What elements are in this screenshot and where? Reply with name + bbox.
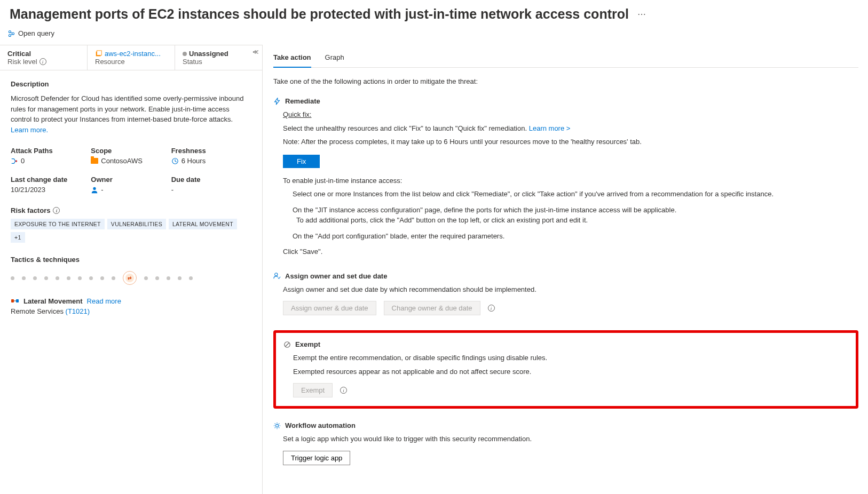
timeline-active-node[interactable]: ⇄ (123, 271, 137, 285)
remediate-step2: On the "JIT instance access configuratio… (293, 206, 676, 214)
timeline-dot (67, 276, 70, 280)
remediate-step3: On the "Add port configuration" blade, e… (293, 231, 858, 242)
risk-tags: EXPOSURE TO THE INTERNET VULNERABILITIES… (11, 219, 251, 243)
risk-tag[interactable]: EXPOSURE TO THE INTERNET (11, 219, 105, 229)
tabs: Take action Graph (273, 49, 858, 68)
change-owner-button[interactable]: Change owner & due date (384, 301, 480, 315)
exempt-section-highlighted: Exempt Exempt the entire recommendation,… (273, 330, 858, 409)
due-date-label: Due date (171, 176, 251, 184)
svg-point-0 (9, 30, 11, 33)
risk-tag[interactable]: LATERAL MOVEMENT (169, 219, 237, 229)
timeline-dot (144, 276, 148, 280)
open-query-label: Open query (18, 29, 54, 37)
risk-level-cell: Critical Risk leveli (0, 45, 88, 70)
read-more-link[interactable]: Read more (87, 297, 121, 305)
action-intro: Take one of the the following actions in… (273, 77, 858, 85)
user-icon (91, 186, 98, 194)
learn-more-link[interactable]: Learn more. (11, 126, 48, 134)
timeline-dot (89, 276, 93, 280)
risk-factors-heading: Risk factors (11, 206, 50, 214)
freshness-value: 6 Hours (182, 157, 206, 165)
remediate-line2: Note: After the process completes, it ma… (283, 137, 858, 147)
exempt-body2: Exempted resources appear as not applica… (293, 366, 848, 377)
info-icon[interactable]: i (340, 387, 347, 394)
lightning-icon (273, 98, 281, 105)
remediate-step1: Select one or more Instances from the li… (293, 189, 858, 200)
assign-owner-button[interactable]: Assign owner & due date (283, 301, 376, 315)
t1021-link[interactable]: (T1021) (66, 307, 90, 315)
workflow-title: Workflow automation (285, 421, 356, 429)
svg-point-15 (275, 424, 278, 427)
svg-point-2 (9, 34, 11, 36)
risk-level-value: Critical (7, 50, 80, 58)
tactics-timeline: ⇄ (11, 271, 251, 285)
risk-tag-more[interactable]: +1 (11, 232, 25, 243)
exempt-button[interactable]: Exempt (293, 383, 333, 397)
svg-line-4 (11, 34, 12, 35)
more-actions-icon[interactable]: ⋯ (637, 9, 647, 19)
svg-point-1 (12, 32, 14, 34)
owner-label: Owner (91, 176, 171, 184)
risk-tag[interactable]: VULNERABILITIES (107, 219, 166, 229)
lateral-movement-title: Lateral Movement (23, 297, 83, 305)
workflow-section: Workflow automation Set a logic app whic… (273, 421, 858, 465)
info-icon[interactable]: i (488, 305, 495, 312)
timeline-dot (22, 276, 26, 280)
gear-icon (273, 422, 281, 429)
exempt-body1: Exempt the entire recommendation, or dis… (293, 353, 848, 363)
collapse-panel-icon[interactable]: ≪ (252, 49, 259, 55)
timeline-dot (78, 276, 82, 280)
resource-label: Resource (95, 58, 167, 66)
timeline-dot (100, 276, 104, 280)
last-change-label: Last change date (11, 176, 91, 184)
exempt-icon (283, 341, 291, 348)
enable-intro: To enable just-in-time instance access: (283, 176, 858, 186)
attack-paths-icon (11, 157, 18, 165)
description-text: Microsoft Defender for Cloud has identif… (11, 93, 251, 135)
trigger-logic-app-button[interactable]: Trigger logic app (283, 451, 350, 465)
resource-cell: aws-ec2-instanc... Resource (88, 45, 175, 70)
remediate-step2b: To add additional ports, click the "Add"… (296, 216, 588, 224)
query-icon (7, 30, 15, 37)
tab-graph[interactable]: Graph (325, 49, 344, 67)
assign-section: Assign owner and set due date Assign own… (273, 272, 858, 316)
remediate-step4: Click "Save". (283, 246, 858, 257)
timeline-dot (178, 276, 182, 280)
exempt-title: Exempt (295, 340, 320, 348)
timeline-dot (189, 276, 193, 280)
info-icon[interactable]: i (40, 58, 46, 65)
svg-rect-11 (16, 299, 19, 302)
svg-point-9 (93, 187, 96, 189)
timeline-dot (44, 276, 48, 280)
folder-icon (91, 158, 98, 164)
page-title: Management ports of EC2 instances should… (10, 6, 629, 22)
fix-button[interactable]: Fix (283, 155, 320, 168)
scope-label: Scope (91, 147, 171, 155)
svg-point-7 (15, 160, 18, 162)
info-header-row: Critical Risk leveli aws-ec2-instanc... … (0, 45, 262, 70)
status-dot-icon (183, 52, 187, 56)
attack-paths-value: 0 (21, 157, 25, 165)
owner-value: - (101, 186, 103, 194)
svg-point-12 (275, 273, 278, 276)
workflow-body: Set a logic app which you would like to … (283, 434, 858, 444)
freshness-label: Freshness (171, 147, 251, 155)
svg-line-14 (286, 342, 289, 346)
remediate-section: Remediate Quick fix: Select the unhealth… (273, 97, 858, 257)
timeline-dot (167, 276, 170, 280)
assign-body: Assign owner and set due date by which r… (283, 284, 858, 295)
timeline-dot (56, 276, 59, 280)
scope-value: ContosoAWS (101, 157, 143, 165)
resource-link[interactable]: aws-ec2-instanc... (105, 50, 161, 58)
attack-paths-label: Attack Paths (11, 147, 91, 155)
timeline-dot (11, 276, 14, 280)
tab-take-action[interactable]: Take action (273, 49, 311, 68)
learn-more-link[interactable]: Learn more > (529, 124, 571, 132)
open-query-button[interactable]: Open query (0, 24, 54, 45)
resource-icon (95, 50, 102, 58)
quick-fix-heading: Quick fix: (283, 109, 858, 120)
lateral-movement-icon (11, 297, 19, 305)
assign-owner-icon (273, 272, 281, 280)
timeline-dot (33, 276, 37, 280)
info-icon[interactable]: i (53, 207, 60, 214)
